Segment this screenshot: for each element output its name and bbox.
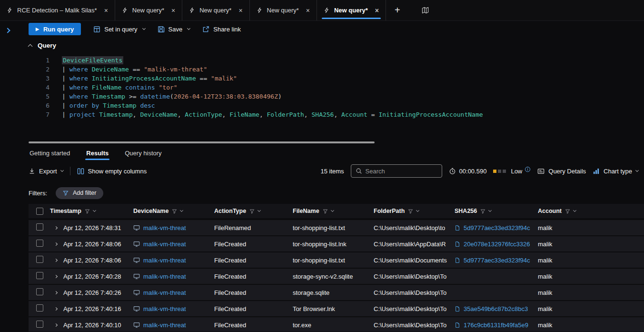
device-link[interactable]: malik-vm-threat [143,224,186,231]
query-tab[interactable]: New query* × [250,0,317,20]
device-link[interactable]: malik-vm-threat [143,322,186,329]
new-tab-button[interactable]: + [386,0,409,20]
map-icon[interactable] [414,0,437,20]
query-editor[interactable]: 1 DeviceFileEvents 2 | where DeviceName … [29,56,644,119]
scrollbar-thumb[interactable] [29,141,375,143]
chart-type-button[interactable]: Chart type [593,168,638,175]
expand-row-icon[interactable] [54,291,58,294]
set-in-query-button[interactable]: Set in query [93,26,145,33]
sha256-link[interactable]: 5d9777aec33ed323f94c [464,257,530,264]
filter-funnel-icon[interactable] [480,209,485,214]
share-link-button[interactable]: Share link [202,26,241,33]
column-menu-chevron-icon[interactable] [488,209,492,212]
timestamp-column-cell: Apr 12, 2026 7:40:16 [48,305,131,312]
query-icon [257,7,263,13]
close-tab-icon[interactable]: × [375,7,379,14]
column-menu-chevron-icon[interactable] [331,209,334,212]
column-menu-chevron-icon[interactable] [93,209,96,212]
close-tab-icon[interactable]: × [104,7,108,14]
column-header[interactable]: Account [535,208,644,214]
row-checkbox[interactable] [36,223,43,231]
column-header[interactable]: DeviceName [131,208,212,214]
code-text[interactable]: | order by Timestamp desc [62,101,155,110]
filter-funnel-icon[interactable] [249,209,255,214]
code-text[interactable]: | project Timestamp, DeviceName, ActionT… [62,110,483,119]
add-filter-button[interactable]: Add filter [56,187,103,199]
horizontal-scrollbar[interactable] [15,140,644,145]
column-menu-chevron-icon[interactable] [573,209,576,212]
device-link[interactable]: malik-vm-threat [143,305,186,312]
device-link[interactable]: malik-vm-threat [143,273,186,280]
table-row[interactable]: Apr 12, 2026 7:40:26 malik-vm-threat Fil… [29,285,644,300]
code-text[interactable]: | where DeviceName == "malik-vm-threat" [62,65,207,74]
code-text[interactable]: | where InitiatingProcessAccountName == … [62,74,237,83]
table-row[interactable]: Apr 12, 2026 7:48:06 malik-vm-threat Fil… [29,236,644,252]
results-tab[interactable]: Results [85,146,109,160]
column-menu-chevron-icon[interactable] [180,209,183,212]
expand-panel-icon[interactable] [5,28,10,33]
search-box[interactable] [351,164,442,178]
row-checkbox[interactable] [36,240,43,247]
code-text[interactable]: DeviceFileEvents [62,56,123,65]
filter-funnel-icon[interactable] [565,209,570,214]
select-all-checkbox[interactable] [36,208,43,215]
column-header[interactable]: SHA256 [452,208,535,214]
elapsed-time: 00:00.590 [459,168,487,175]
filter-funnel-icon[interactable] [85,209,90,214]
column-header[interactable]: FolderPath [371,208,452,214]
info-icon[interactable] [525,166,531,172]
expand-row-icon[interactable] [54,323,58,326]
column-header[interactable]: ActionType [212,208,290,214]
filter-funnel-icon[interactable] [408,209,413,214]
column-header[interactable]: FileName [290,208,371,214]
query-details-button[interactable]: Query Details [537,168,586,175]
expand-row-icon[interactable] [54,242,58,245]
close-tab-icon[interactable]: × [171,7,175,14]
export-button[interactable]: Export [29,168,63,175]
row-checkbox[interactable] [36,288,43,295]
column-menu-chevron-icon[interactable] [416,209,419,212]
query-tab[interactable]: New query* × [115,0,182,20]
sha256-link[interactable]: 35ae549b6c87b2c8bc3 [464,305,528,312]
expand-row-icon[interactable] [54,274,58,278]
close-tab-icon[interactable]: × [238,7,242,14]
query-tab[interactable]: RCE Detection – Malik Silas* × [0,0,115,20]
row-checkbox[interactable] [36,256,43,263]
code-token: , [133,111,140,118]
sha256-link[interactable]: 20e078e132976fcc3326 [464,241,530,248]
row-checkbox[interactable] [36,304,43,312]
device-link[interactable]: malik-vm-threat [143,241,186,248]
save-button[interactable]: Save [158,26,190,33]
filter-funnel-icon[interactable] [172,209,177,214]
table-row[interactable]: Apr 12, 2026 7:40:16 malik-vm-threat Fil… [29,301,644,316]
expand-row-icon[interactable] [54,226,58,229]
table-row[interactable]: Apr 12, 2026 7:40:10 malik-vm-threat Fil… [29,317,644,332]
search-input[interactable] [366,168,437,175]
query-tab[interactable]: New query* × [182,0,249,20]
sha256-link[interactable]: 5d9777aec33ed323f94c [464,224,530,231]
row-checkbox[interactable] [36,272,43,279]
expand-row-icon[interactable] [54,307,58,310]
sha256-link[interactable]: 176c9cb6131fb49fa5e9 [464,322,528,329]
run-query-button[interactable]: ▶ Run query [29,23,81,35]
timestamp-cell: Apr 12, 2026 7:48:06 [63,241,121,248]
column-header[interactable]: Timestamp [48,208,131,214]
table-row[interactable]: Apr 12, 2026 7:48:31 malik-vm-threat Fil… [29,220,644,235]
device-link[interactable]: malik-vm-threat [143,257,186,264]
table-row[interactable]: Apr 12, 2026 7:48:06 malik-vm-threat Fil… [29,252,644,268]
column-menu-chevron-icon[interactable] [258,209,261,212]
filter-funnel-icon[interactable] [323,209,328,214]
code-text[interactable]: | where Timestamp >= datetime(2026-04-12… [62,92,282,101]
close-tab-icon[interactable]: × [306,7,310,14]
expand-row-icon[interactable] [54,258,58,262]
timestamp-cell: Apr 12, 2026 7:40:16 [63,305,121,312]
table-row[interactable]: Apr 12, 2026 7:40:28 malik-vm-threat Fil… [29,269,644,284]
code-text[interactable]: | where FileName contains "tor" [62,83,178,92]
results-tab[interactable]: Getting started [29,146,71,160]
query-tab[interactable]: New query* × [317,0,386,20]
device-link[interactable]: malik-vm-threat [143,289,186,296]
query-section-header[interactable]: Query [29,42,644,49]
show-empty-columns-button[interactable]: Show empty columns [77,168,147,175]
row-checkbox[interactable] [36,321,43,328]
results-tab[interactable]: Query history [124,146,162,160]
